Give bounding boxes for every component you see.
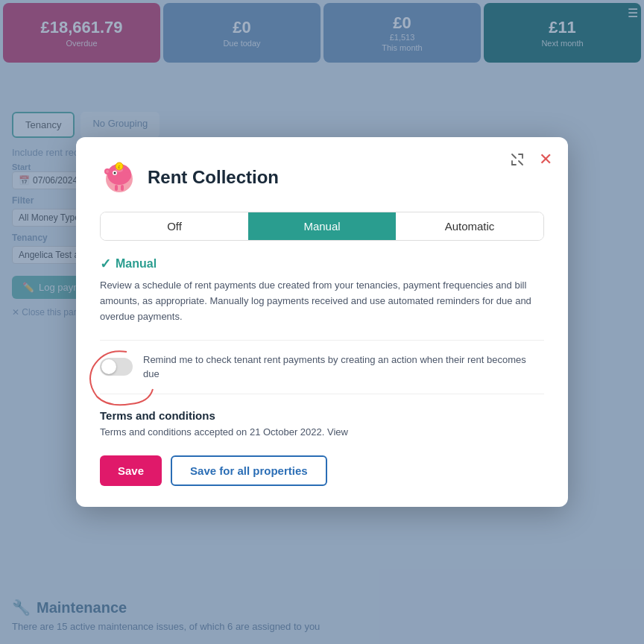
expand-button[interactable]: [507, 149, 528, 170]
svg-point-4: [125, 172, 131, 180]
reminder-toggle-switch[interactable]: [100, 358, 133, 376]
modal-header: £ Rent Collection: [100, 158, 544, 197]
check-icon: ✓: [100, 256, 111, 272]
active-mode-heading: ✓ Manual: [100, 256, 544, 272]
reminder-toggle-label: Remind me to check tenant rent payments …: [143, 353, 544, 382]
terms-section: Terms and conditions Terms and condition…: [100, 409, 544, 438]
reminder-toggle-row: Remind me to check tenant rent payments …: [100, 340, 544, 394]
mode-toggle-group: Off Manual Automatic: [100, 212, 544, 241]
close-button[interactable]: ✕: [535, 149, 556, 170]
terms-text: Terms and conditions accepted on 21 Octo…: [100, 426, 544, 438]
svg-rect-6: [121, 185, 124, 191]
modal-overlay: ✕: [0, 0, 644, 644]
svg-point-3: [114, 172, 116, 174]
svg-point-9: [106, 170, 109, 173]
modal-title: Rent Collection: [148, 167, 279, 188]
toggle-manual[interactable]: Manual: [248, 212, 396, 240]
save-all-button[interactable]: Save for all properties: [171, 455, 327, 486]
active-mode-label: Manual: [116, 257, 157, 271]
rent-collection-modal: ✕: [76, 137, 568, 506]
piggy-bank-icon: £: [100, 158, 139, 197]
action-buttons: Save Save for all properties: [100, 455, 544, 486]
mode-description: Review a schedule of rent payments due c…: [100, 278, 544, 324]
modal-controls: ✕: [507, 149, 556, 170]
toggle-off[interactable]: Off: [101, 212, 248, 240]
toggle-automatic[interactable]: Automatic: [396, 212, 543, 240]
svg-rect-5: [115, 185, 118, 191]
save-button[interactable]: Save: [100, 455, 162, 486]
terms-heading: Terms and conditions: [100, 409, 544, 422]
